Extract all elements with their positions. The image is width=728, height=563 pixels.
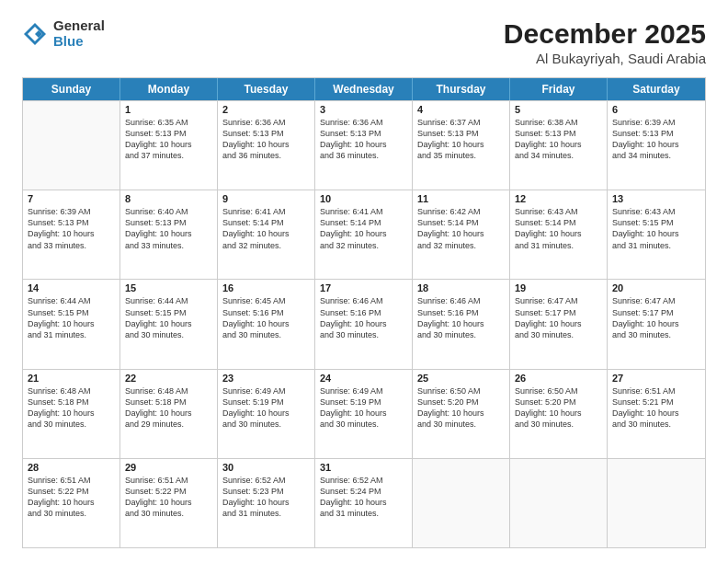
day-cell-23: 23Sunrise: 6:49 AM Sunset: 5:19 PM Dayli… [218,370,315,458]
day-info: Sunrise: 6:50 AM Sunset: 5:20 PM Dayligh… [515,385,602,431]
day-info: Sunrise: 6:44 AM Sunset: 5:15 PM Dayligh… [28,295,115,340]
day-info: Sunrise: 6:41 AM Sunset: 5:14 PM Dayligh… [222,206,310,251]
day-number: 16 [222,282,310,293]
day-number: 29 [125,462,212,473]
day-number: 31 [320,462,407,473]
day-number: 4 [417,104,505,115]
day-info: Sunrise: 6:47 AM Sunset: 5:17 PM Dayligh… [515,295,602,340]
day-info: Sunrise: 6:38 AM Sunset: 5:13 PM Dayligh… [515,117,602,162]
calendar-row-3: 21Sunrise: 6:48 AM Sunset: 5:18 PM Dayli… [23,369,705,458]
header: General Blue December 2025 Al Bukayriyah… [22,18,706,66]
day-cell-6: 6Sunrise: 6:39 AM Sunset: 5:13 PM Daylig… [608,101,705,190]
day-info: Sunrise: 6:51 AM Sunset: 5:22 PM Dayligh… [125,475,212,520]
day-number: 27 [612,373,700,384]
calendar-row-2: 14Sunrise: 6:44 AM Sunset: 5:15 PM Dayli… [23,279,705,368]
subtitle: Al Bukayriyah, Saudi Arabia [504,51,706,66]
weekday-header-thursday: Thursday [413,78,510,100]
calendar-body: 1Sunrise: 6:35 AM Sunset: 5:13 PM Daylig… [23,100,705,547]
day-number: 30 [222,462,310,473]
day-cell-20: 20Sunrise: 6:47 AM Sunset: 5:17 PM Dayli… [608,280,705,368]
day-info: Sunrise: 6:49 AM Sunset: 5:19 PM Dayligh… [320,385,407,431]
day-number: 26 [515,373,602,384]
title-block: December 2025 Al Bukayriyah, Saudi Arabi… [504,18,706,66]
day-number: 13 [612,193,700,204]
day-number: 3 [320,104,407,115]
day-info: Sunrise: 6:37 AM Sunset: 5:13 PM Dayligh… [417,117,505,162]
day-number: 2 [222,104,310,115]
day-cell-13: 13Sunrise: 6:43 AM Sunset: 5:15 PM Dayli… [608,190,705,279]
day-cell-22: 22Sunrise: 6:48 AM Sunset: 5:18 PM Dayli… [120,370,218,458]
day-cell-30: 30Sunrise: 6:52 AM Sunset: 5:23 PM Dayli… [218,459,315,547]
empty-cell-0-0 [23,101,120,190]
day-number: 17 [320,282,407,293]
day-number: 20 [612,282,700,293]
day-number: 11 [417,193,505,204]
day-cell-15: 15Sunrise: 6:44 AM Sunset: 5:15 PM Dayli… [120,280,218,368]
calendar-row-1: 7Sunrise: 6:39 AM Sunset: 5:13 PM Daylig… [23,190,705,279]
day-cell-7: 7Sunrise: 6:39 AM Sunset: 5:13 PM Daylig… [23,190,120,279]
day-number: 7 [28,193,115,204]
calendar-row-4: 28Sunrise: 6:51 AM Sunset: 5:22 PM Dayli… [23,458,705,547]
day-cell-12: 12Sunrise: 6:43 AM Sunset: 5:14 PM Dayli… [510,190,608,279]
day-info: Sunrise: 6:41 AM Sunset: 5:14 PM Dayligh… [320,206,407,251]
day-info: Sunrise: 6:50 AM Sunset: 5:20 PM Dayligh… [417,385,505,431]
day-number: 21 [28,373,115,384]
day-info: Sunrise: 6:52 AM Sunset: 5:24 PM Dayligh… [320,475,407,520]
day-cell-3: 3Sunrise: 6:36 AM Sunset: 5:13 PM Daylig… [315,101,413,190]
day-cell-14: 14Sunrise: 6:44 AM Sunset: 5:15 PM Dayli… [23,280,120,368]
day-number: 9 [222,193,310,204]
day-info: Sunrise: 6:44 AM Sunset: 5:15 PM Dayligh… [125,295,212,340]
day-info: Sunrise: 6:43 AM Sunset: 5:15 PM Dayligh… [612,206,700,251]
empty-cell-4-6 [608,459,705,547]
day-number: 25 [417,373,505,384]
day-cell-9: 9Sunrise: 6:41 AM Sunset: 5:14 PM Daylig… [218,190,315,279]
day-info: Sunrise: 6:40 AM Sunset: 5:13 PM Dayligh… [125,206,212,251]
logo-text: General Blue [53,18,105,49]
day-cell-19: 19Sunrise: 6:47 AM Sunset: 5:17 PM Dayli… [510,280,608,368]
day-cell-8: 8Sunrise: 6:40 AM Sunset: 5:13 PM Daylig… [120,190,218,279]
day-info: Sunrise: 6:39 AM Sunset: 5:13 PM Dayligh… [28,206,115,251]
day-cell-2: 2Sunrise: 6:36 AM Sunset: 5:13 PM Daylig… [218,101,315,190]
logo-icon [22,21,48,47]
day-info: Sunrise: 6:36 AM Sunset: 5:13 PM Dayligh… [320,117,407,162]
day-info: Sunrise: 6:49 AM Sunset: 5:19 PM Dayligh… [222,385,310,431]
day-cell-1: 1Sunrise: 6:35 AM Sunset: 5:13 PM Daylig… [120,101,218,190]
page: General Blue December 2025 Al Bukayriyah… [0,0,728,563]
day-cell-18: 18Sunrise: 6:46 AM Sunset: 5:16 PM Dayli… [413,280,510,368]
day-cell-25: 25Sunrise: 6:50 AM Sunset: 5:20 PM Dayli… [413,370,510,458]
day-cell-29: 29Sunrise: 6:51 AM Sunset: 5:22 PM Dayli… [120,459,218,547]
day-number: 15 [125,282,212,293]
empty-cell-4-4 [413,459,510,547]
day-info: Sunrise: 6:42 AM Sunset: 5:14 PM Dayligh… [417,206,505,251]
day-number: 10 [320,193,407,204]
day-info: Sunrise: 6:46 AM Sunset: 5:16 PM Dayligh… [320,295,407,340]
calendar: SundayMondayTuesdayWednesdayThursdayFrid… [22,77,706,548]
day-cell-4: 4Sunrise: 6:37 AM Sunset: 5:13 PM Daylig… [413,101,510,190]
day-cell-26: 26Sunrise: 6:50 AM Sunset: 5:20 PM Dayli… [510,370,608,458]
weekday-header-monday: Monday [120,78,218,100]
calendar-header: SundayMondayTuesdayWednesdayThursdayFrid… [23,78,705,100]
day-number: 28 [28,462,115,473]
day-info: Sunrise: 6:46 AM Sunset: 5:16 PM Dayligh… [417,295,505,340]
day-info: Sunrise: 6:39 AM Sunset: 5:13 PM Dayligh… [612,117,700,162]
day-info: Sunrise: 6:45 AM Sunset: 5:16 PM Dayligh… [222,295,310,340]
day-info: Sunrise: 6:47 AM Sunset: 5:17 PM Dayligh… [612,295,700,340]
day-cell-21: 21Sunrise: 6:48 AM Sunset: 5:18 PM Dayli… [23,370,120,458]
weekday-header-wednesday: Wednesday [315,78,413,100]
day-number: 14 [28,282,115,293]
day-cell-24: 24Sunrise: 6:49 AM Sunset: 5:19 PM Dayli… [315,370,413,458]
weekday-header-friday: Friday [510,78,608,100]
day-number: 19 [515,282,602,293]
day-number: 18 [417,282,505,293]
day-cell-11: 11Sunrise: 6:42 AM Sunset: 5:14 PM Dayli… [413,190,510,279]
weekday-header-saturday: Saturday [608,78,705,100]
main-title: December 2025 [504,18,706,49]
weekday-header-sunday: Sunday [23,78,120,100]
logo-general-text: General [53,18,105,34]
day-info: Sunrise: 6:36 AM Sunset: 5:13 PM Dayligh… [222,117,310,162]
day-number: 22 [125,373,212,384]
day-cell-28: 28Sunrise: 6:51 AM Sunset: 5:22 PM Dayli… [23,459,120,547]
day-info: Sunrise: 6:51 AM Sunset: 5:21 PM Dayligh… [612,385,700,431]
empty-cell-4-5 [510,459,608,547]
day-number: 5 [515,104,602,115]
